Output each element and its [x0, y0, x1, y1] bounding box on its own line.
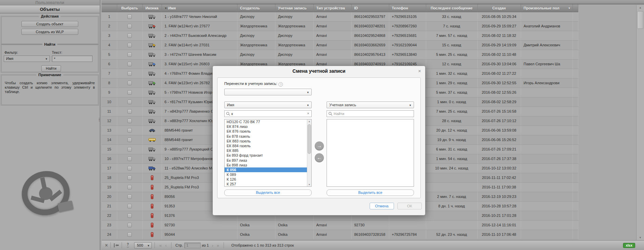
tab-users[interactable]: Пользователи	[0, 0, 100, 5]
move-columns-icon[interactable]	[113, 243, 119, 248]
filter-select[interactable]: Имя ▼	[4, 55, 50, 62]
list-scrollbar[interactable]: ▲ ▼	[307, 119, 311, 186]
row-checkbox[interactable]	[127, 213, 132, 218]
first-page-button[interactable]: «	[159, 243, 162, 248]
right-filter-select[interactable]: Учетная запись ▼	[327, 101, 414, 108]
find-button[interactable]: Найти	[41, 65, 61, 72]
scroll-up-icon[interactable]: ▲	[637, 6, 644, 9]
cell-filler	[573, 97, 578, 107]
column-header[interactable]: ID	[351, 4, 389, 12]
object-list-item[interactable]: ЕК 884 газель	[225, 143, 307, 148]
row-checkbox[interactable]	[127, 43, 132, 47]
column-header[interactable]: ▼Имя	[162, 4, 237, 12]
row-checkbox[interactable]	[127, 147, 132, 152]
table-row[interactable]: 21. FAW (м124нт) vin 27677ЖелдортехникаЖ…	[102, 21, 636, 31]
object-list-item[interactable]: Ек 898 лиаз	[225, 163, 307, 167]
scroll-up-icon[interactable]: ▲	[307, 120, 311, 122]
tab-objects[interactable]: Объекты	[0, 5, 100, 14]
left-select-all-button[interactable]: Выделить все	[224, 189, 312, 196]
scrollbar-thumb[interactable]	[308, 124, 311, 154]
row-checkbox[interactable]	[127, 52, 132, 57]
clear-selection-icon[interactable]: ×	[105, 243, 108, 248]
column-header[interactable]: Учетная запись	[275, 4, 313, 12]
table-row[interactable]: 42. FAW (м114нт) vin 27031ЖелдортехникаЖ…	[102, 40, 636, 50]
table-row[interactable]: 2495044OxikaOxikaArnavi861694037328158+7…	[102, 230, 636, 239]
next-page-button[interactable]: ›	[212, 243, 213, 248]
row-checkbox[interactable]	[127, 15, 132, 19]
row-checkbox[interactable]	[127, 195, 132, 199]
table-row[interactable]: 11 - у168тв777 Челкин НиколайДиспоруДисп…	[102, 12, 636, 21]
cell-rownum: 22	[102, 211, 117, 220]
scroll-down-icon[interactable]: ▼	[637, 236, 644, 239]
row-checkbox[interactable]	[127, 138, 132, 142]
row-checkbox[interactable]	[127, 185, 132, 189]
row-checkbox[interactable]	[127, 176, 132, 180]
table-row[interactable]: 2392730OxikaOxikaArnavi927302016-12-14 1…	[102, 220, 636, 230]
row-checkbox[interactable]	[127, 62, 132, 66]
row-checkbox[interactable]	[127, 109, 132, 114]
page-number-input[interactable]	[184, 243, 201, 248]
row-checkbox[interactable]	[127, 157, 132, 161]
object-list-item[interactable]: К 089	[225, 172, 307, 177]
help-icon[interactable]: ?	[278, 82, 283, 87]
object-list-item[interactable]: HD120 С 720 ВК 77	[225, 119, 307, 124]
object-list-item[interactable]: Ек 893 форд транзит	[225, 153, 307, 158]
last-page-button[interactable]: »	[217, 243, 219, 248]
object-list-item[interactable]: ЕК 885	[225, 148, 307, 153]
page-size-select[interactable]: 500 ▼	[134, 242, 152, 249]
object-list-item[interactable]: ЕК 883 газель	[225, 139, 307, 143]
vertical-scrollbar[interactable]: ▲ ▼	[636, 5, 644, 240]
prev-page-button[interactable]: ‹	[165, 243, 166, 248]
scroll-down-icon[interactable]: ▼	[307, 183, 311, 186]
move-right-button[interactable]: →	[315, 141, 324, 151]
move-left-button[interactable]: ←	[315, 153, 324, 162]
table-row[interactable]: 32 - т443тк777 Быковский АлександрДиспор…	[102, 31, 636, 40]
row-checkbox[interactable]	[127, 71, 132, 76]
column-header[interactable]: Иконка	[142, 4, 162, 12]
row-checkbox[interactable]	[127, 90, 132, 95]
ok-button[interactable]: ОК	[397, 203, 422, 209]
row-checkbox[interactable]	[127, 100, 132, 104]
object-list-item[interactable]: К 056	[225, 167, 307, 172]
target-account-select[interactable]: ▼	[224, 89, 312, 95]
object-list-item[interactable]: К 257	[225, 182, 307, 186]
object-list-item[interactable]: К 126	[225, 177, 307, 182]
row-checkbox[interactable]	[127, 232, 132, 237]
left-search-input[interactable]	[231, 111, 303, 116]
table-dead-space	[578, 78, 636, 88]
close-icon[interactable]: ×	[418, 68, 421, 74]
object-list-item[interactable]: Ек 897 лиаз	[225, 158, 307, 163]
row-checkbox[interactable]	[127, 24, 132, 28]
table-row[interactable]: 53 - т472тк777 Шачнев МаксимДиспоруДиспо…	[102, 50, 636, 59]
export-xlsx-badge[interactable]: xlsx	[623, 243, 635, 248]
fit-columns-icon[interactable]: ? ↔	[125, 243, 131, 248]
row-checkbox[interactable]	[127, 166, 132, 171]
row-checkbox[interactable]	[127, 33, 132, 38]
column-header[interactable]: Тип устройства	[313, 4, 351, 12]
row-checkbox[interactable]	[127, 119, 132, 123]
column-header[interactable]: Произвольные пол▼	[521, 4, 573, 12]
clear-search-icon[interactable]: ×	[307, 111, 309, 115]
column-header[interactable]: Последнее сообщение	[426, 4, 477, 12]
create-from-wlp-button[interactable]: Создать из WLP	[21, 29, 78, 35]
create-object-button[interactable]: Создать объект	[21, 21, 78, 27]
column-header[interactable]: Выбрать	[117, 4, 142, 12]
scrollbar-thumb[interactable]	[637, 11, 643, 29]
object-list-item[interactable]: Ек 878 газель	[225, 134, 307, 139]
search-text-input[interactable]	[52, 55, 92, 62]
column-header[interactable]: Создатель	[237, 4, 275, 12]
row-checkbox[interactable]	[127, 81, 132, 85]
object-list-item[interactable]: ЕК 874 лиаз	[225, 124, 307, 129]
row-checkbox[interactable]	[127, 204, 132, 208]
column-header[interactable]: Создан	[477, 4, 521, 12]
panel-splitter-handle[interactable]: ⁞⁞⁞⁞	[99, 118, 101, 126]
column-header[interactable]: Телефон	[389, 4, 426, 12]
right-search-input[interactable]	[334, 111, 405, 116]
left-filter-select[interactable]: Имя ▼	[224, 101, 312, 108]
row-checkbox[interactable]	[127, 223, 132, 227]
column-menu-icon[interactable]: ▼	[568, 7, 571, 10]
row-checkbox[interactable]	[127, 128, 132, 133]
object-list-item[interactable]: ЕК 876 газель	[225, 129, 307, 134]
cancel-button[interactable]: Отмена	[370, 203, 394, 209]
right-select-all-button[interactable]: Выделить все	[327, 189, 414, 196]
